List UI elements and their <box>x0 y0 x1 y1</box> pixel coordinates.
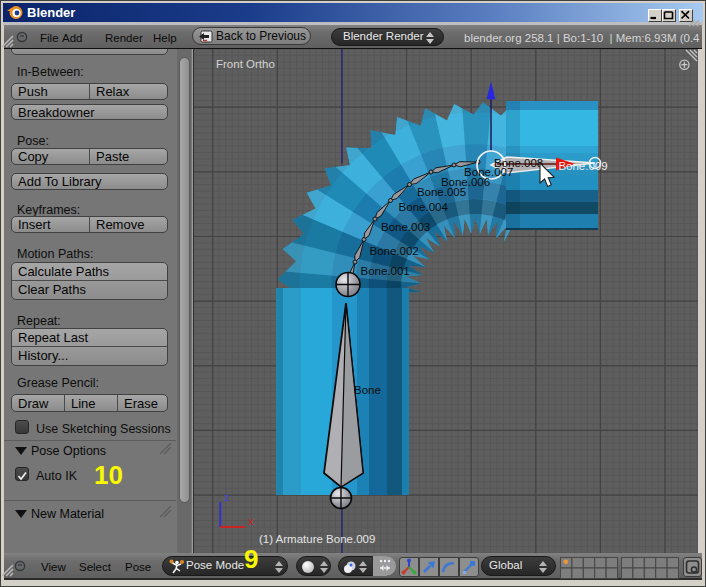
svg-text:Bone.006: Bone.006 <box>441 176 490 188</box>
svg-text:Bone.002: Bone.002 <box>370 245 419 257</box>
svg-text:(1) Armature Bone.009: (1) Armature Bone.009 <box>259 533 375 545</box>
svg-text:Bone.004: Bone.004 <box>399 201 449 213</box>
svg-text:x: x <box>248 515 254 527</box>
svg-text:Bone.001: Bone.001 <box>361 265 410 277</box>
svg-text:Bone.008: Bone.008 <box>494 157 543 169</box>
svg-text:Front Ortho: Front Ortho <box>216 58 275 70</box>
svg-text:z: z <box>224 491 230 503</box>
svg-text:Bone.003: Bone.003 <box>381 221 430 233</box>
svg-text:Bone.009: Bone.009 <box>558 160 607 172</box>
svg-text:Bone: Bone <box>354 384 381 396</box>
